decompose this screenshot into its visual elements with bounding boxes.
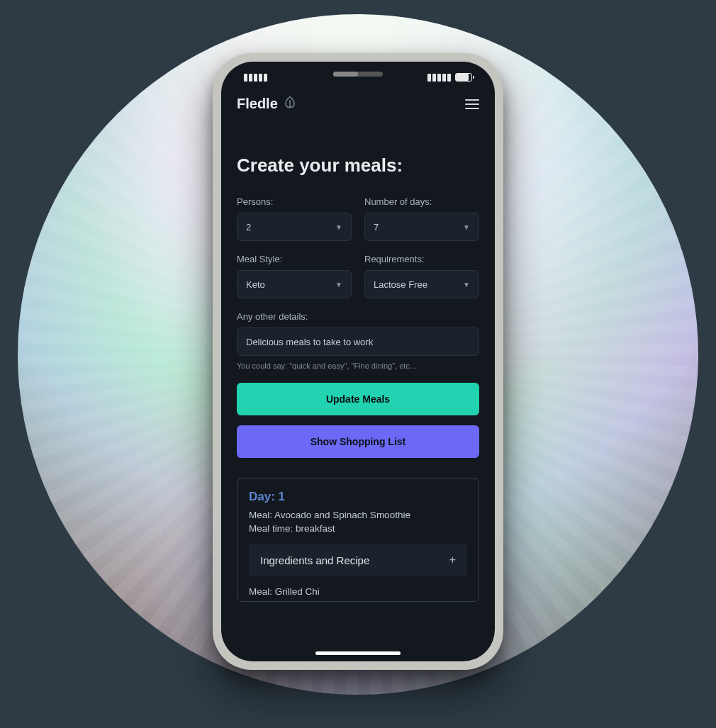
signal-indicator-right [427, 74, 451, 82]
menu-button[interactable] [465, 99, 479, 109]
chevron-down-icon: ▼ [335, 223, 342, 231]
requirements-select[interactable]: Lactose Free ▼ [364, 270, 479, 298]
app-header: Fledle [221, 86, 495, 121]
brand[interactable]: Fledle [237, 96, 296, 112]
persons-select[interactable]: 2 ▼ [237, 213, 352, 241]
persons-value: 2 [246, 222, 251, 233]
meal-style-select[interactable]: Keto ▼ [237, 270, 352, 298]
requirements-value: Lactose Free [374, 279, 427, 290]
meal-name: Meal: Avocado and Spinach Smoothie [249, 510, 467, 520]
details-hint: You could say: "quick and easy", "Fine d… [237, 362, 479, 370]
phone-frame: Fledle Create your meals: Persons: [213, 53, 503, 670]
meal-style-label: Meal Style: [237, 254, 352, 264]
phone-earpiece [333, 72, 383, 77]
details-label: Any other details: [237, 311, 479, 322]
main-content: Create your meals: Persons: 2 ▼ Number o… [221, 121, 495, 661]
home-indicator[interactable] [315, 651, 401, 655]
brand-name: Fledle [237, 96, 278, 112]
ingredients-accordion[interactable]: Ingredients and Recipe + [249, 544, 467, 576]
plus-icon: + [449, 554, 456, 566]
day-title: Day: 1 [249, 490, 467, 504]
show-shopping-list-button[interactable]: Show Shopping List [237, 425, 479, 458]
chevron-down-icon: ▼ [335, 281, 342, 289]
days-value: 7 [374, 222, 379, 233]
details-input[interactable]: Delicious meals to take to work [237, 327, 479, 356]
days-label: Number of days: [364, 196, 479, 207]
days-select[interactable]: 7 ▼ [364, 213, 479, 241]
persons-label: Persons: [237, 196, 352, 207]
status-right [427, 73, 472, 82]
update-meals-button[interactable]: Update Meals [237, 383, 479, 415]
day-card: Day: 1 Meal: Avocado and Spinach Smoothi… [237, 478, 479, 602]
leaf-icon [284, 96, 296, 112]
chevron-down-icon: ▼ [463, 223, 470, 231]
battery-icon [455, 73, 472, 82]
signal-indicator-left [244, 74, 267, 82]
requirements-label: Requirements: [364, 254, 479, 264]
page-title: Create your meals: [237, 155, 479, 177]
meal-time: Meal time: breakfast [249, 523, 467, 534]
chevron-down-icon: ▼ [463, 281, 470, 289]
details-value: Delicious meals to take to work [246, 337, 373, 347]
meal-style-value: Keto [246, 279, 265, 290]
phone-screen: Fledle Create your meals: Persons: [221, 62, 495, 661]
meal-name-truncated: Meal: Grilled Chi [249, 586, 467, 597]
accordion-label: Ingredients and Recipe [260, 554, 369, 566]
